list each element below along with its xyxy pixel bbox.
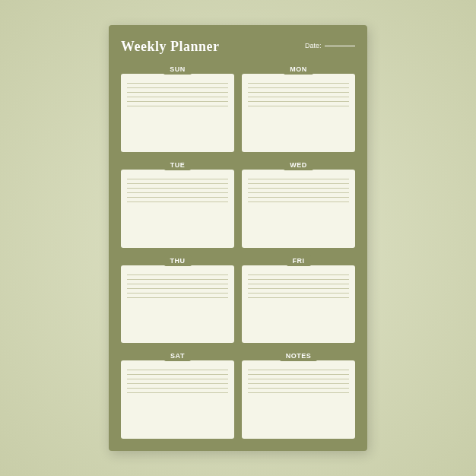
day-block-thu: THU: [121, 255, 234, 344]
line: [127, 392, 228, 393]
date-label: Date:: [305, 42, 355, 49]
line: [127, 374, 228, 375]
day-block-wed: WED: [242, 160, 355, 248]
line: [127, 379, 228, 379]
line: [127, 97, 228, 97]
line: [127, 87, 228, 88]
line: [127, 279, 228, 280]
day-label-sun: SUN: [163, 64, 192, 75]
line: [127, 83, 228, 84]
line: [127, 179, 228, 179]
line: [248, 383, 349, 384]
line: [248, 197, 349, 198]
line: [127, 106, 228, 106]
day-label-tue: TUE: [164, 160, 192, 170]
line: [127, 297, 228, 298]
line: [248, 392, 349, 393]
line: [248, 293, 349, 294]
day-box-wed[interactable]: [242, 170, 355, 248]
day-label-sat: SAT: [164, 351, 191, 361]
line: [248, 83, 349, 84]
line: [248, 192, 349, 193]
day-label-notes: Notes: [280, 351, 318, 361]
day-block-fri: FRI: [242, 255, 355, 344]
day-block-notes: Notes: [242, 351, 355, 439]
line: [248, 183, 349, 184]
line: [248, 101, 349, 102]
line: [127, 188, 228, 189]
line: [127, 202, 228, 202]
day-box-thu[interactable]: [121, 265, 234, 344]
line: [127, 383, 228, 384]
day-box-tue[interactable]: [121, 170, 234, 248]
line: [127, 388, 228, 389]
line: [127, 274, 228, 275]
line: [248, 370, 349, 370]
line: [248, 288, 349, 289]
day-box-notes[interactable]: [242, 360, 355, 439]
day-box-sun[interactable]: [121, 74, 234, 152]
day-block-sat: SAT: [121, 351, 234, 439]
day-label-thu: THU: [164, 255, 192, 266]
line: [127, 288, 228, 289]
line: [248, 374, 349, 375]
date-line: [325, 46, 355, 46]
line: [127, 183, 228, 184]
day-block-tue: TUE: [121, 160, 234, 248]
line: [248, 279, 349, 280]
line: [248, 179, 349, 179]
weekly-planner: Weekly Planner Date: SUN: [109, 25, 367, 451]
line: [248, 97, 349, 97]
line: [127, 192, 228, 193]
days-grid: SUN MON: [121, 64, 355, 439]
day-label-wed: WED: [284, 160, 313, 170]
day-block-mon: MON: [242, 64, 355, 152]
line: [127, 370, 228, 370]
planner-title: Weekly Planner: [121, 39, 220, 55]
line: [248, 379, 349, 379]
day-label-fri: FRI: [287, 255, 311, 266]
day-box-fri[interactable]: [242, 265, 355, 344]
day-box-mon[interactable]: [242, 74, 355, 152]
line: [248, 297, 349, 298]
planner-header: Weekly Planner Date:: [121, 39, 355, 55]
line: [248, 284, 349, 284]
line: [127, 293, 228, 294]
line: [248, 92, 349, 93]
line: [248, 274, 349, 275]
line: [248, 188, 349, 189]
page-background: Weekly Planner Date: SUN: [0, 0, 476, 476]
line: [248, 388, 349, 389]
line: [127, 92, 228, 93]
line: [248, 106, 349, 106]
day-label-mon: MON: [284, 64, 313, 75]
line: [248, 87, 349, 88]
line: [127, 284, 228, 284]
day-block-sun: SUN: [121, 64, 234, 152]
day-box-sat[interactable]: [121, 360, 234, 439]
line: [248, 202, 349, 202]
line: [127, 197, 228, 198]
line: [127, 101, 228, 102]
